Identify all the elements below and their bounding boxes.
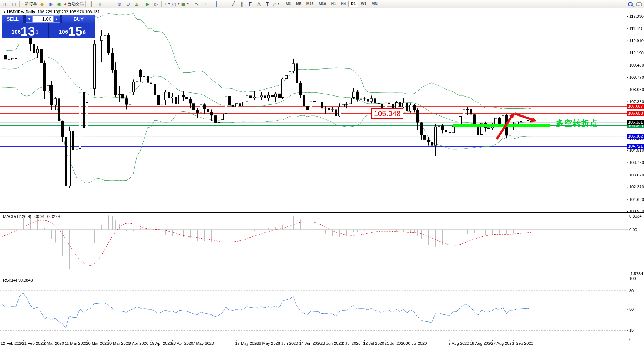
macd-axis-min: -1.5784 bbox=[629, 272, 643, 276]
price-tick: 110.190 bbox=[629, 51, 644, 55]
price-line-badge: 107.067 bbox=[627, 104, 644, 109]
cursor-tool[interactable]: ↖ bbox=[192, 1, 201, 7]
trendline-tool[interactable]: ╱ bbox=[229, 1, 238, 7]
sell-price[interactable]: 106 13 1 bbox=[2, 23, 48, 38]
periods-button[interactable]: ◷▼ bbox=[171, 1, 180, 7]
auto-trading-glyph: ◕ bbox=[64, 1, 67, 7]
auto-scroll-button[interactable]: ▶ bbox=[143, 1, 152, 7]
chat-icon[interactable] bbox=[636, 2, 642, 6]
vertical-line-tool[interactable]: │ bbox=[212, 1, 221, 7]
price-tick: 108.770 bbox=[629, 75, 644, 80]
timeframe-w1[interactable]: W1 bbox=[358, 1, 369, 7]
symbol-name: USDJPY-,Daily bbox=[7, 10, 35, 14]
date-tick: 4 Jun 2020 bbox=[278, 341, 298, 346]
price-tick: 100.950 bbox=[629, 209, 644, 213]
templates-glyph: ▤ bbox=[181, 1, 185, 7]
indicators-button[interactable]: +▼ bbox=[163, 1, 171, 7]
templates-button[interactable]: ▤▼ bbox=[181, 1, 190, 7]
timeframe-h4[interactable]: H4 bbox=[338, 1, 348, 7]
date-tick: 27 Aug 2020 bbox=[491, 341, 514, 346]
horizontal-line-glyph: ─ bbox=[223, 1, 227, 7]
new-order-button[interactable]: +新订单 bbox=[21, 1, 38, 7]
date-tick: 30 Mar 2020 bbox=[107, 341, 130, 346]
timeframe-d1[interactable]: D1 bbox=[348, 1, 358, 7]
candlestick-mode-icon-glyph: ▯ bbox=[98, 1, 101, 7]
search-icon[interactable] bbox=[628, 2, 633, 6]
vertical-line-glyph: │ bbox=[215, 1, 218, 7]
price-annotation-label[interactable]: 105.948 bbox=[371, 108, 403, 119]
collapse-arrow-icon[interactable]: ▲ bbox=[3, 10, 6, 14]
price-line-badge: 104.721 bbox=[627, 144, 644, 149]
timeframe-m30[interactable]: M30 bbox=[316, 1, 328, 7]
charts-window-icon[interactable]: ◫ bbox=[1, 1, 10, 7]
crosshair-tool[interactable]: + bbox=[201, 1, 209, 7]
macd-axis-zero: 0.00 bbox=[629, 228, 637, 232]
market-watch-icon-glyph: ◉ bbox=[48, 1, 52, 7]
line-chart-mode-icon[interactable]: ~ bbox=[104, 1, 113, 7]
zoom-in-glyph: ⊕ bbox=[118, 1, 121, 7]
date-tick: 21 Feb 2020 bbox=[22, 341, 45, 346]
data-window-icon-glyph: ◱ bbox=[12, 1, 16, 7]
arrows-glyph: ↗ bbox=[272, 1, 276, 7]
bar-chart-mode-icon[interactable]: ╫ bbox=[87, 1, 95, 7]
date-tick: 20 Mar 2020 bbox=[86, 341, 109, 346]
templates-button-dropdown-icon[interactable]: ▼ bbox=[187, 3, 189, 5]
volume-increase-button[interactable]: ▲ bbox=[53, 15, 60, 23]
auto-scroll-glyph: ▶ bbox=[146, 1, 149, 7]
indicators-button-dropdown-icon[interactable]: ▼ bbox=[168, 3, 170, 5]
date-tick: 23 Jun 2020 bbox=[321, 341, 343, 346]
auto-trading-button[interactable]: ◕自动交易 bbox=[63, 1, 84, 7]
timeframe-h1[interactable]: H1 bbox=[329, 1, 339, 7]
chart-shift-button[interactable]: ▷ bbox=[152, 1, 160, 7]
channel-tool[interactable]: ∥ bbox=[238, 1, 246, 7]
signals-icon-glyph: ◉ bbox=[57, 1, 61, 7]
toolbar-groups: ◫◱+新订单◆◉◉◕自动交易╫▯~⊕⊖⊞▶▷+▼◷▼▤▼↖+│─╱∥FAT↗▼M… bbox=[1, 1, 380, 7]
price-tick: 102.370 bbox=[629, 185, 644, 189]
current-price-badge: 106.131 bbox=[627, 120, 644, 125]
timeframe-m1[interactable]: M1 bbox=[283, 1, 294, 7]
sell-button[interactable]: SELL bbox=[2, 15, 23, 23]
periods-button-dropdown-icon[interactable]: ▼ bbox=[177, 3, 180, 5]
buy-button[interactable]: BUY bbox=[62, 15, 95, 23]
volume-input[interactable]: 1.00 bbox=[33, 15, 53, 23]
horizontal-line-tool[interactable]: ─ bbox=[221, 1, 229, 7]
new-order-button-label: 新订单 bbox=[25, 1, 37, 7]
buy-price[interactable]: 106 15 6 bbox=[49, 23, 95, 38]
auto-trading-button-label: 自动交易 bbox=[67, 1, 84, 7]
text-label-tool[interactable]: T bbox=[263, 1, 272, 7]
channel-glyph: ∥ bbox=[241, 1, 243, 7]
date-tick: 12 Feb 2020 bbox=[1, 341, 24, 346]
history-center-icon[interactable]: ◆ bbox=[38, 1, 46, 7]
date-tick: 14 Jun 2020 bbox=[299, 341, 322, 346]
date-tick: 7 May 2020 bbox=[192, 341, 214, 346]
toolbar-separator bbox=[142, 1, 142, 7]
rsi-axis-level: 100 bbox=[629, 276, 636, 281]
price-tick: 111.610 bbox=[629, 26, 643, 31]
turning-point-annotation[interactable]: 多空转折点 bbox=[556, 118, 598, 128]
timeframe-m5[interactable]: M5 bbox=[294, 1, 304, 7]
macd-axis-max: 0.8034 bbox=[629, 214, 642, 218]
zoom-in-button[interactable]: ⊕ bbox=[115, 1, 124, 7]
arrows-tool-dropdown-icon[interactable]: ▼ bbox=[277, 3, 280, 5]
arrows-tool[interactable]: ↗▼ bbox=[272, 1, 281, 7]
price-line-badge: 106.658 bbox=[627, 111, 644, 116]
fibonacci-tool[interactable]: F bbox=[246, 1, 255, 7]
tile-windows-icon-glyph: ⊞ bbox=[135, 1, 138, 7]
data-window-icon[interactable]: ◱ bbox=[10, 1, 18, 7]
toolbar-separator bbox=[211, 1, 211, 7]
zoom-out-button[interactable]: ⊖ bbox=[124, 1, 132, 7]
market-watch-icon[interactable]: ◉ bbox=[46, 1, 55, 7]
trendline-glyph: ╱ bbox=[232, 1, 235, 7]
new-order-glyph: + bbox=[21, 1, 24, 7]
date-tick: 17 May 2020 bbox=[235, 341, 259, 346]
volume-decrease-button[interactable]: ▼ bbox=[26, 15, 33, 23]
signals-icon[interactable]: ◉ bbox=[55, 1, 63, 7]
candlestick-mode-icon[interactable]: ▯ bbox=[95, 1, 104, 7]
text-tool[interactable]: A bbox=[255, 1, 263, 7]
price-tick: 101.650 bbox=[629, 197, 644, 202]
timeframe-m15[interactable]: M15 bbox=[304, 1, 316, 7]
indicators-glyph: + bbox=[164, 1, 167, 7]
cursor-glyph: ↖ bbox=[195, 1, 198, 7]
tile-windows-icon[interactable]: ⊞ bbox=[132, 1, 141, 7]
timeframe-mn[interactable]: MN bbox=[369, 1, 380, 7]
